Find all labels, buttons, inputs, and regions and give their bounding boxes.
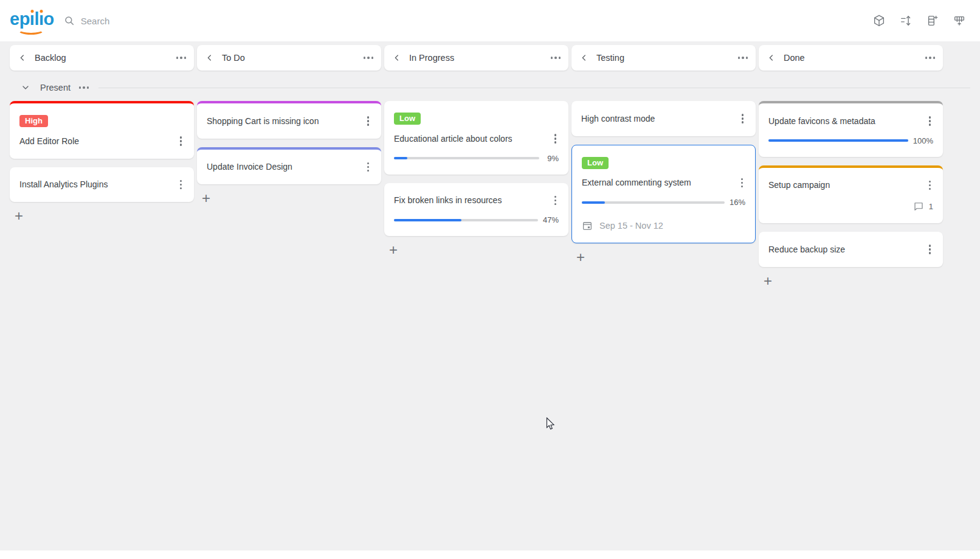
sort-icon[interactable]	[899, 13, 913, 28]
swimlane-menu-button[interactable]	[79, 84, 89, 91]
add-card-button[interactable]: +	[389, 245, 400, 255]
card[interactable]: HighAdd Editor Role	[10, 101, 194, 159]
card-title: Shopping Cart is missing icon	[207, 116, 319, 126]
progress-row: 16%	[582, 198, 745, 207]
horizontal-scrollbar-track[interactable]	[0, 550, 980, 559]
add-card-button[interactable]: +	[15, 210, 26, 221]
card-menu-button[interactable]	[365, 161, 372, 173]
column-header[interactable]: Done	[759, 45, 943, 71]
logo-letter: o	[44, 9, 54, 29]
card-menu-button[interactable]	[178, 179, 185, 191]
progress-row: 47%	[394, 215, 559, 224]
progress-fill	[394, 219, 461, 221]
card-menu-button[interactable]	[739, 113, 747, 125]
column-cards: High contrast modeLowExternal commenting…	[571, 101, 756, 286]
search-icon	[64, 15, 75, 26]
toolbar	[872, 13, 967, 28]
add-swimlane-icon[interactable]	[952, 13, 967, 28]
collapse-column-icon[interactable]	[18, 53, 27, 63]
progress-label: 9%	[544, 154, 559, 163]
card[interactable]: LowExternal commenting system16%Sep 15 -…	[571, 145, 756, 244]
card-menu-button[interactable]	[927, 115, 934, 127]
card-title-row: External commenting system	[582, 177, 745, 189]
card-menu-button[interactable]	[739, 177, 746, 189]
search-input[interactable]	[81, 16, 336, 26]
card[interactable]: LowEducational article about colors9%	[384, 101, 568, 175]
add-card-button[interactable]: +	[764, 276, 775, 286]
card[interactable]: Fix broken links in resources47%	[384, 183, 568, 237]
collapse-column-icon[interactable]	[205, 53, 215, 63]
card-menu-button[interactable]	[927, 179, 934, 192]
card[interactable]: Update Invoice Design	[197, 147, 381, 185]
column-header[interactable]: Testing	[571, 45, 756, 71]
card-title: Fix broken links in resources	[394, 195, 502, 205]
column-header[interactable]: To Do	[197, 45, 381, 71]
progress-label: 100%	[913, 136, 933, 145]
card-menu-button[interactable]	[365, 115, 372, 127]
card-title-row: Update Invoice Design	[207, 161, 371, 173]
card-title: Setup campaign	[768, 180, 830, 190]
collapse-swimlane-icon[interactable]	[21, 83, 30, 92]
card-title: External commenting system	[582, 178, 691, 187]
progress-fill	[768, 139, 908, 142]
card-title-row: Setup campaign	[768, 179, 933, 192]
card-title: Install Analytics Plugins	[19, 179, 108, 189]
add-card-button[interactable]: +	[576, 252, 587, 263]
progress-label: 47%	[543, 215, 559, 224]
column-cards: Update favicons & metadata100%Setup camp…	[759, 101, 943, 286]
add-card-button[interactable]: +	[202, 193, 213, 204]
card-title-row: High contrast mode	[581, 113, 746, 125]
column-title: Done	[784, 53, 805, 63]
card-title-row: Update favicons & metadata	[768, 115, 933, 127]
column-cards: HighAdd Editor RoleInstall Analytics Plu…	[10, 101, 194, 286]
column-menu-button[interactable]	[551, 54, 561, 61]
card[interactable]: Setup campaign1	[759, 165, 943, 224]
column-menu-button[interactable]	[364, 54, 374, 61]
app-logo[interactable]: epılıo	[10, 9, 54, 33]
card[interactable]: Install Analytics Plugins	[10, 167, 194, 203]
card-title-row: Fix broken links in resources	[394, 195, 559, 207]
swimlane-title: Present	[40, 83, 71, 92]
progress-bar	[394, 157, 539, 159]
progress-label: 16%	[730, 198, 745, 207]
card-date-range: Sep 15 - Nov 12	[599, 221, 663, 231]
card[interactable]: Update favicons & metadata100%	[759, 101, 943, 157]
columns-row: HighAdd Editor RoleInstall Analytics Plu…	[10, 101, 970, 286]
top-bar: epılıo	[0, 0, 980, 41]
column-title: In Progress	[409, 53, 454, 63]
comment-count: 1	[928, 202, 933, 211]
collapse-column-icon[interactable]	[392, 53, 402, 63]
card-title: Update favicons & metadata	[768, 116, 875, 126]
card-menu-button[interactable]	[927, 243, 934, 255]
column-header[interactable]: In Progress	[384, 45, 568, 71]
card-title-row: Educational article about colors	[394, 133, 559, 145]
card-menu-button[interactable]	[178, 135, 185, 147]
card-title: Add Editor Role	[19, 136, 79, 146]
card[interactable]: Shopping Cart is missing icon	[197, 101, 381, 139]
card-menu-button[interactable]	[552, 195, 559, 207]
collapse-column-icon[interactable]	[767, 53, 776, 63]
search-bar[interactable]	[64, 15, 872, 26]
comment-icon	[913, 201, 924, 212]
add-column-icon[interactable]	[925, 13, 940, 28]
card[interactable]: High contrast mode	[571, 101, 756, 136]
collapse-column-icon[interactable]	[579, 53, 589, 63]
progress-bar	[394, 219, 538, 221]
card-menu-button[interactable]	[552, 133, 559, 145]
package-icon[interactable]	[872, 13, 886, 28]
column-header[interactable]: Backlog	[10, 45, 194, 71]
card-date-row: Sep 15 - Nov 12	[582, 220, 745, 231]
priority-badge: Low	[394, 113, 421, 125]
column-title: To Do	[222, 53, 245, 63]
card[interactable]: Reduce backup size	[759, 232, 943, 267]
column-menu-button[interactable]	[925, 54, 936, 61]
card-title-row: Add Editor Role	[19, 135, 184, 147]
column-menu-button[interactable]	[738, 54, 748, 61]
kanban-board: BacklogTo DoIn ProgressTestingDone Prese…	[0, 41, 980, 550]
progress-bar	[768, 139, 908, 142]
swimlane-header: Present	[10, 83, 970, 92]
progress-row: 100%	[768, 136, 933, 145]
progress-fill	[394, 157, 407, 159]
priority-badge: Low	[582, 157, 609, 169]
column-menu-button[interactable]	[176, 54, 187, 61]
